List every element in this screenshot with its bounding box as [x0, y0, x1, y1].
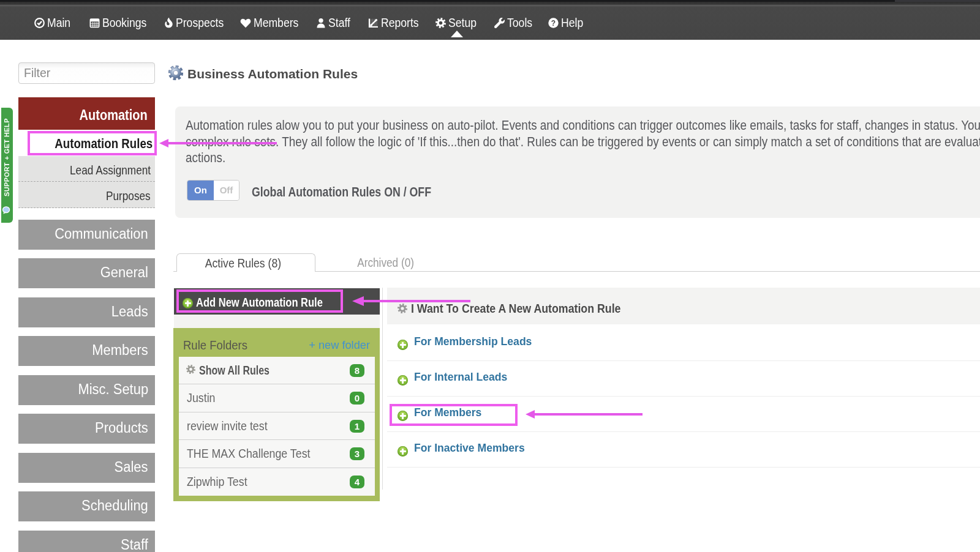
svg-text:?: ?: [551, 19, 556, 28]
